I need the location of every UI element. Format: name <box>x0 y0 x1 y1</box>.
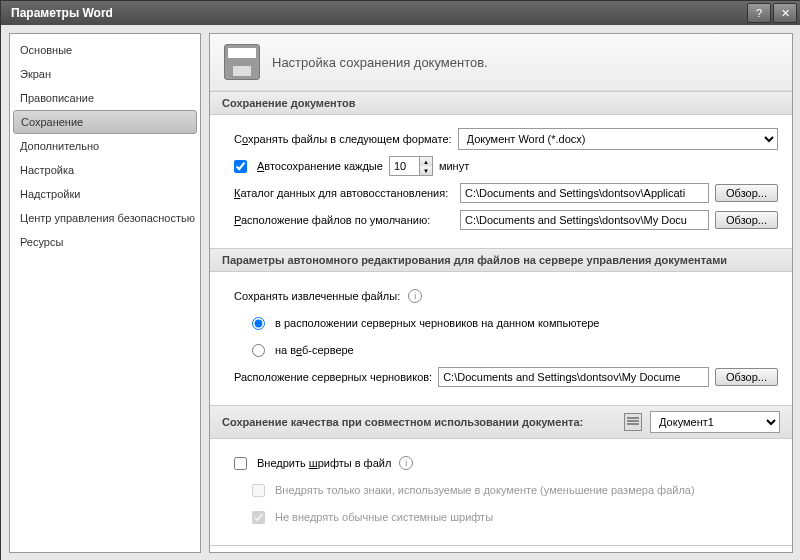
opt-web-label: на веб-сервере <box>275 344 354 356</box>
row-embed-fonts: Внедрить шрифты в файл i <box>234 452 778 474</box>
only-used-label: Внедрять только знаки, используемые в до… <box>275 484 695 496</box>
drafts-browse-button[interactable]: Обзор... <box>715 368 778 386</box>
embed-fonts-label: Внедрить шрифты в файл <box>257 457 391 469</box>
default-browse-button[interactable]: Обзор... <box>715 211 778 229</box>
autosave-minutes-stepper[interactable]: ▲▼ <box>389 156 433 176</box>
row-file-format: Сохранять файлы в следующем формате: Док… <box>234 128 778 150</box>
spin-up-icon[interactable]: ▲ <box>420 157 432 166</box>
recover-browse-button[interactable]: Обзор... <box>715 184 778 202</box>
row-no-system: Не внедрять обычные системные шрифты <box>234 506 778 528</box>
autosave-checkbox[interactable] <box>234 160 247 173</box>
opt-local-label: в расположении серверных черновиков на д… <box>275 317 599 329</box>
opt-web-radio[interactable] <box>252 344 265 357</box>
save-icon <box>224 44 260 80</box>
sidebar-item-save[interactable]: Сохранение <box>13 110 197 134</box>
row-save-extracted: Сохранять извлеченные файлы: i <box>234 285 778 307</box>
file-format-select[interactable]: Документ Word (*.docx) <box>458 128 778 150</box>
close-button[interactable]: ✕ <box>773 3 797 23</box>
info-icon[interactable]: i <box>399 456 413 470</box>
autosave-minutes-input[interactable] <box>389 156 419 176</box>
sidebar-item-general[interactable]: Основные <box>10 38 200 62</box>
autosave-label: Автосохранение каждые <box>257 160 383 172</box>
page-title: Настройка сохранения документов. <box>272 55 488 70</box>
sidebar-item-proofing[interactable]: Правописание <box>10 86 200 110</box>
drafts-path-label: Расположение серверных черновиков: <box>234 371 432 383</box>
dialog-body: Основные Экран Правописание Сохранение Д… <box>1 25 800 560</box>
row-default-path: Расположение файлов по умолчанию: Обзор.… <box>234 209 778 231</box>
drafts-path-input[interactable] <box>438 367 709 387</box>
section-save-docs-body: Сохранять файлы в следующем формате: Док… <box>210 115 792 248</box>
page-header: Настройка сохранения документов. <box>210 34 792 91</box>
section-offline-header: Параметры автономного редактирования для… <box>210 248 792 272</box>
save-extracted-label: Сохранять извлеченные файлы: <box>234 290 400 302</box>
category-sidebar: Основные Экран Правописание Сохранение Д… <box>9 33 201 553</box>
sidebar-item-customize[interactable]: Настройка <box>10 158 200 182</box>
titlebar: Параметры Word ? ✕ <box>1 1 800 25</box>
section-fidelity-title: Сохранение качества при совместном испол… <box>222 416 583 428</box>
sidebar-item-advanced[interactable]: Дополнительно <box>10 134 200 158</box>
section-save-docs-title: Сохранение документов <box>222 97 356 109</box>
only-used-checkbox <box>252 484 265 497</box>
sidebar-item-resources[interactable]: Ресурсы <box>10 230 200 254</box>
section-offline-title: Параметры автономного редактирования для… <box>222 254 727 266</box>
dialog-window: Параметры Word ? ✕ Основные Экран Правоп… <box>0 0 800 560</box>
no-system-label: Не внедрять обычные системные шрифты <box>275 511 493 523</box>
window-title: Параметры Word <box>5 6 745 20</box>
embed-fonts-checkbox[interactable] <box>234 457 247 470</box>
content-pane: Настройка сохранения документов. Сохране… <box>209 33 793 553</box>
row-opt-local: в расположении серверных черновиков на д… <box>234 312 778 334</box>
default-path-label: Расположение файлов по умолчанию: <box>234 214 454 226</box>
opt-local-radio[interactable] <box>252 317 265 330</box>
minutes-label: минут <box>439 160 469 172</box>
row-drafts-path: Расположение серверных черновиков: Обзор… <box>234 366 778 388</box>
recover-path-label: Каталог данных для автовосстановления: <box>234 187 454 199</box>
row-autosave: Автосохранение каждые ▲▼ минут <box>234 155 778 177</box>
section-offline-body: Сохранять извлеченные файлы: i в располо… <box>210 272 792 405</box>
sidebar-item-trust[interactable]: Центр управления безопасностью <box>10 206 200 230</box>
section-fidelity-body: Внедрить шрифты в файл i Внедрять только… <box>210 439 792 545</box>
info-icon[interactable]: i <box>408 289 422 303</box>
fidelity-doc-select[interactable]: Документ1 <box>650 411 780 433</box>
file-format-label: Сохранять файлы в следующем формате: <box>234 133 452 145</box>
help-button[interactable]: ? <box>747 3 771 23</box>
sidebar-item-addins[interactable]: Надстройки <box>10 182 200 206</box>
row-recover-path: Каталог данных для автовосстановления: О… <box>234 182 778 204</box>
row-only-used: Внедрять только знаки, используемые в до… <box>234 479 778 501</box>
sidebar-item-display[interactable]: Экран <box>10 62 200 86</box>
dialog-footer: ОК Отмена <box>210 545 792 553</box>
section-fidelity-header: Сохранение качества при совместном испол… <box>210 405 792 439</box>
row-opt-web: на веб-сервере <box>234 339 778 361</box>
document-icon <box>624 413 642 431</box>
spin-down-icon[interactable]: ▼ <box>420 166 432 175</box>
recover-path-input[interactable] <box>460 183 709 203</box>
section-save-docs-header: Сохранение документов <box>210 91 792 115</box>
no-system-checkbox <box>252 511 265 524</box>
default-path-input[interactable] <box>460 210 709 230</box>
